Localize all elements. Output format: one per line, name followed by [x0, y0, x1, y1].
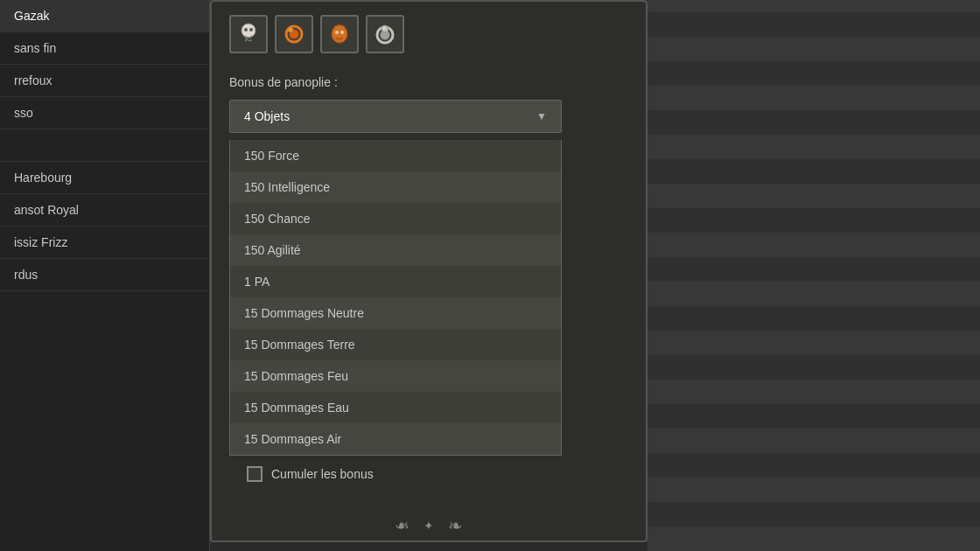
svg-point-2 [249, 28, 253, 31]
cumulate-label: Cumuler les bonus [271, 467, 374, 481]
svg-point-12 [383, 27, 386, 30]
sidebar-item-rrefoux[interactable]: rrefoux [0, 65, 209, 97]
item-icon-2[interactable] [275, 15, 313, 53]
svg-point-6 [332, 25, 347, 43]
bottom-ornaments: ❧ ✦ ❧ [212, 515, 646, 536]
sidebar-item-label: ansot Royal [14, 203, 79, 217]
equipment-icons-row [212, 2, 646, 66]
bonus-item-text: 150 Intelligence [244, 180, 330, 194]
bonus-item-text: 150 Force [244, 149, 299, 163]
bonus-item-dommages-eau[interactable]: 15 Dommages Eau [230, 392, 561, 423]
bonus-section-label: Bonus de panoplie : [229, 75, 628, 89]
sidebar-item-sso[interactable]: sso [0, 97, 209, 129]
bonus-item-text: 15 Dommages Eau [244, 401, 349, 415]
bonus-item-intelligence[interactable]: 150 Intelligence [230, 171, 561, 203]
ornament-right: ❧ [448, 515, 463, 536]
main-panel: Bonus de panoplie : 4 Objets ▼ 150 Force… [210, 0, 648, 542]
dropdown-selected-value: 4 Objets [244, 109, 290, 123]
svg-point-7 [335, 31, 339, 34]
ornament-center: ✦ [424, 519, 434, 533]
right-panel [648, 0, 980, 551]
dropdown-button[interactable]: 4 Objets ▼ [229, 100, 562, 133]
item-icon-4[interactable] [366, 15, 404, 53]
bonus-item-text: 15 Dommages Feu [244, 369, 348, 383]
sidebar-item-issiz-frizz[interactable]: issiz Frizz [0, 227, 209, 259]
bonus-item-dommages-feu[interactable]: 15 Dommages Feu [230, 360, 561, 392]
sidebar-item-gazak[interactable]: Gazak [0, 0, 209, 32]
sidebar-item-label: rrefoux [14, 73, 52, 87]
sidebar-item-label: Gazak [14, 9, 49, 23]
sidebar-item-label: Harebourg [14, 171, 72, 185]
sidebar-item-label: issiz Frizz [14, 235, 67, 249]
bonus-dropdown-list: 150 Force 150 Intelligence 150 Chance 15… [229, 140, 562, 456]
ornament-left: ❧ [395, 515, 410, 536]
bonus-item-pa[interactable]: 1 PA [230, 266, 561, 297]
bonus-section: Bonus de panoplie : 4 Objets ▼ 150 Force… [212, 66, 646, 510]
sidebar-item-label: rdus [14, 268, 38, 282]
sidebar-item-sans-fin[interactable]: sans fin [0, 32, 209, 65]
sidebar-item-ansot-royal[interactable]: ansot Royal [0, 194, 209, 227]
bonus-item-text: 150 Agilité [244, 243, 301, 257]
sidebar-item-harebourg[interactable]: Harebourg [0, 162, 209, 194]
bonus-item-text: 1 PA [244, 275, 270, 289]
item-icon-3[interactable] [320, 15, 359, 53]
cumulate-checkbox[interactable] [247, 466, 262, 482]
cumulate-row: Cumuler les bonus [229, 456, 628, 492]
bonus-item-text: 15 Dommages Neutre [244, 306, 364, 320]
svg-point-8 [340, 31, 344, 34]
item-icon-1[interactable] [229, 15, 268, 53]
sidebar-item-label: sso [14, 106, 33, 120]
svg-point-5 [288, 27, 293, 32]
svg-point-1 [244, 28, 248, 31]
bonus-item-text: 15 Dommages Air [244, 432, 341, 446]
sidebar: Gazak sans fin rrefoux sso Harebourg ans… [0, 0, 210, 551]
bonus-item-agilite[interactable]: 150 Agilité [230, 234, 561, 266]
bonus-item-dommages-air[interactable]: 15 Dommages Air [230, 423, 561, 455]
sidebar-item-empty [0, 129, 209, 162]
bonus-item-dommages-neutre[interactable]: 15 Dommages Neutre [230, 297, 561, 329]
sidebar-item-label: sans fin [14, 41, 56, 55]
chevron-down-icon: ▼ [536, 110, 547, 122]
bonus-item-text: 15 Dommages Terre [244, 338, 355, 352]
objects-dropdown[interactable]: 4 Objets ▼ [229, 100, 562, 133]
bonus-item-chance[interactable]: 150 Chance [230, 203, 561, 234]
bonus-item-force[interactable]: 150 Force [230, 140, 561, 171]
striped-background [648, 0, 980, 551]
svg-point-0 [242, 24, 256, 38]
sidebar-item-rdus[interactable]: rdus [0, 259, 209, 291]
bonus-item-text: 150 Chance [244, 212, 311, 226]
bonus-item-dommages-terre[interactable]: 15 Dommages Terre [230, 329, 561, 360]
